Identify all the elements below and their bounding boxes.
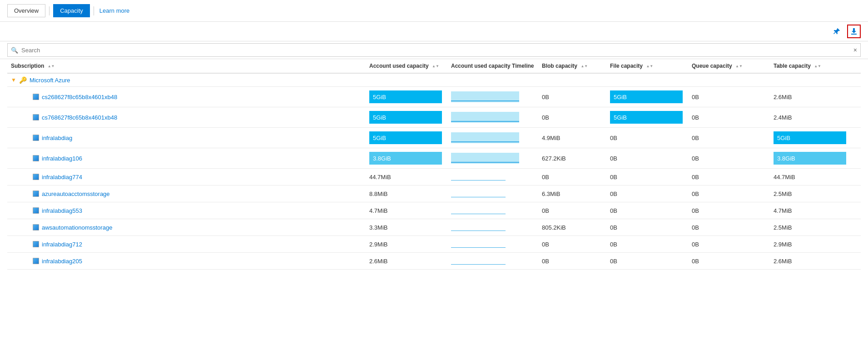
timeline-line (451, 247, 506, 248)
storage-icon (33, 224, 39, 231)
cell-queue-capacity: 0B (688, 169, 770, 186)
timeline-line (451, 100, 519, 101)
sort-table-capacity[interactable]: ▲▼ (814, 65, 821, 68)
file-capacity-value: 0B (610, 155, 617, 162)
capacity-bar-label: 5GiB (373, 135, 386, 141)
cell-blob-capacity: 0B (538, 107, 606, 128)
cell-account-used-capacity: 8.8MiB (366, 186, 447, 202)
cell-table-capacity: 44.7MiB (770, 169, 861, 186)
queue-capacity-value: 0B (692, 207, 699, 214)
timeline-line (451, 197, 506, 198)
cell-account-timeline (447, 148, 538, 169)
file-capacity-value: 0B (610, 241, 617, 248)
cell-subscription: infralabdiag205 (7, 253, 366, 270)
blob-capacity-value: 805.2KiB (542, 224, 566, 231)
file-capacity-bar-label: 5GiB (614, 114, 627, 121)
blob-capacity-value: 4.9MiB (542, 135, 560, 141)
cell-account-timeline (447, 87, 538, 107)
cell-file-capacity: 0B (606, 186, 688, 202)
account-link[interactable]: infralabdiag106 (33, 155, 362, 162)
table-capacity-value: 2.6MiB (774, 258, 792, 265)
sort-account-used-capacity[interactable]: ▲▼ (432, 65, 439, 68)
pin-button[interactable] (830, 25, 843, 38)
file-capacity-value: 0B (610, 258, 617, 265)
capacity-bar: 3.8GiB (369, 152, 442, 165)
learn-more-link[interactable]: Learn more (98, 5, 131, 17)
table-capacity-value: 2.5MiB (774, 191, 792, 197)
search-clear-button[interactable]: × (853, 46, 857, 54)
subscription-key-icon: 🔑 (19, 76, 27, 84)
group-label[interactable]: ▼ 🔑 Microsoft Azure (11, 76, 857, 84)
table-capacity-value: 2.6MiB (774, 94, 792, 100)
queue-capacity-value: 0B (692, 135, 699, 141)
cell-file-capacity: 0B (606, 169, 688, 186)
sort-blob-capacity[interactable]: ▲▼ (580, 65, 588, 68)
cell-table-capacity: 2.4MiB (770, 107, 861, 128)
svg-rect-0 (851, 34, 857, 35)
cell-subscription: infralabdiag774 (7, 169, 366, 186)
cell-subscription: cs268627f8c65b8x4601xb48 (7, 87, 366, 107)
table-capacity-value: 44.7MiB (774, 174, 795, 181)
cell-account-used-capacity: 2.6MiB (366, 253, 447, 270)
account-link[interactable]: cs768627f8c65b8x4601xb48 (33, 114, 362, 121)
table-row: cs768627f8c65b8x4601xb485GiB0B5GiB0B2.4M… (7, 107, 861, 128)
group-row-microsoft-azure: ▼ 🔑 Microsoft Azure (7, 73, 861, 87)
table-capacity-value: 2.4MiB (774, 114, 792, 121)
capacity-bar-label: 3.8GiB (373, 155, 391, 162)
account-name: infralabdiag205 (42, 258, 82, 265)
capacity-table: Subscription ▲▼ Account used capacity ▲▼… (7, 59, 861, 270)
queue-capacity-value: 0B (692, 174, 699, 181)
capacity-text: 4.7MiB (369, 207, 387, 214)
account-link[interactable]: infralabdiag712 (33, 241, 362, 248)
table-row: infralabdiag7122.9MiB0B0B0B2.9MiB (7, 236, 861, 253)
col-header-subscription[interactable]: Subscription ▲▼ (7, 59, 366, 73)
sort-subscription[interactable]: ▲▼ (48, 65, 55, 68)
cell-file-capacity: 0B (606, 128, 688, 148)
col-header-account-timeline[interactable]: Account used capacity Timeline (447, 59, 538, 73)
file-capacity-bar: 5GiB (610, 111, 683, 124)
capacity-tab[interactable]: Capacity (53, 4, 90, 17)
blob-capacity-value: 0B (542, 207, 549, 214)
account-link[interactable]: cs268627f8c65b8x4601xb48 (33, 94, 362, 100)
cell-table-capacity: 2.5MiB (770, 219, 861, 236)
file-capacity-bar-label: 5GiB (614, 94, 627, 100)
table-row: cs268627f8c65b8x4601xb485GiB0B5GiB0B2.6M… (7, 87, 861, 107)
cell-blob-capacity: 0B (538, 87, 606, 107)
file-capacity-value: 0B (610, 174, 617, 181)
cell-table-capacity: 2.9MiB (770, 236, 861, 253)
table-row: awsautomationomsstorage3.3MiB805.2KiB0B0… (7, 219, 861, 236)
cell-account-timeline (447, 219, 538, 236)
cell-table-capacity: 5GiB (770, 128, 861, 148)
queue-capacity-value: 0B (692, 191, 699, 197)
col-header-table-capacity[interactable]: Table capacity ▲▼ (770, 59, 861, 73)
table-capacity-bar: 3.8GiB (774, 152, 846, 165)
cell-file-capacity: 0B (606, 148, 688, 169)
cell-subscription: infralabdiag106 (7, 148, 366, 169)
search-input[interactable] (7, 43, 861, 57)
nav-divider-1 (49, 6, 50, 15)
account-link[interactable]: infralabdiag553 (33, 207, 362, 214)
account-link[interactable]: infralabdiag774 (33, 174, 362, 181)
account-link[interactable]: infralabdiag205 (33, 258, 362, 265)
blob-capacity-value: 0B (542, 258, 549, 265)
cell-file-capacity: 0B (606, 253, 688, 270)
col-header-file-capacity[interactable]: File capacity ▲▼ (606, 59, 688, 73)
cell-table-capacity: 2.5MiB (770, 186, 861, 202)
col-header-queue-capacity[interactable]: Queue capacity ▲▼ (688, 59, 770, 73)
col-header-account-used-capacity[interactable]: Account used capacity ▲▼ (366, 59, 447, 73)
blob-capacity-value: 0B (542, 94, 549, 100)
account-link[interactable]: azureautoacctomsstorage (33, 191, 362, 197)
account-link[interactable]: awsautomationomsstorage (33, 224, 362, 231)
cell-file-capacity: 0B (606, 202, 688, 219)
table-capacity-value: 2.9MiB (774, 241, 792, 248)
cell-account-used-capacity: 4.7MiB (366, 202, 447, 219)
sort-queue-capacity[interactable]: ▲▼ (735, 65, 743, 68)
cell-table-capacity: 2.6MiB (770, 87, 861, 107)
account-link[interactable]: infralabdiag (33, 135, 362, 141)
download-button[interactable] (847, 25, 861, 38)
col-header-blob-capacity[interactable]: Blob capacity ▲▼ (538, 59, 606, 73)
cell-subscription: infralabdiag553 (7, 202, 366, 219)
sort-file-capacity[interactable]: ▲▼ (646, 65, 653, 68)
cell-account-timeline (447, 186, 538, 202)
overview-tab[interactable]: Overview (7, 4, 45, 17)
